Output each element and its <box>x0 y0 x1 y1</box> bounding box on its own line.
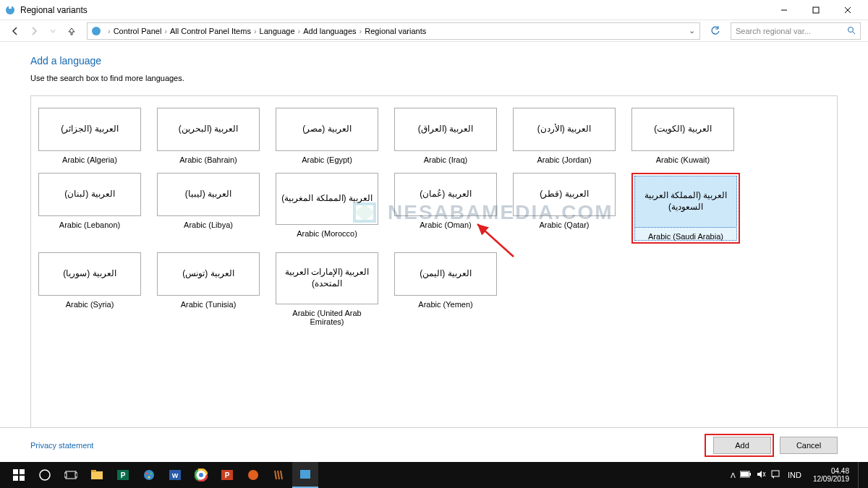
language-tile[interactable]: العربية (المملكة العربية السعودية)Arabic… <box>634 176 737 241</box>
notifications-icon[interactable] <box>770 469 780 481</box>
control-panel-taskbar-icon[interactable] <box>292 462 318 488</box>
svg-rect-3 <box>813 7 819 13</box>
maximize-button[interactable] <box>800 0 832 20</box>
minimize-button[interactable] <box>768 0 800 20</box>
language-tile[interactable]: العربية (اليمن)Arabic (Yemen) <box>394 252 497 326</box>
language-tile[interactable]: العربية (تونس)Arabic (Tunisia) <box>157 252 260 326</box>
breadcrumb-item[interactable]: Language <box>260 27 295 35</box>
language-tile[interactable]: العربية (عُمان)Arabic (Oman) <box>394 173 497 244</box>
app-icon-2[interactable] <box>266 462 292 488</box>
language-grid: العربية (الجزائر)Arabic (Algeria)العربية… <box>38 108 830 326</box>
nav-row: › Control Panel › All Control Panel Item… <box>0 20 868 42</box>
language-native-name: العربية (المملكة المغربية) <box>276 173 378 225</box>
language-label: Arabic (Lebanon) <box>38 221 141 229</box>
file-explorer-icon[interactable] <box>84 462 110 488</box>
language-label: Arabic (Jordan) <box>513 155 616 164</box>
language-tile[interactable]: العربية (الكويت)Arabic (Kuwait) <box>631 108 734 164</box>
forward-button[interactable] <box>26 23 42 39</box>
svg-text:P: P <box>121 471 126 479</box>
breadcrumb-item[interactable]: All Control Panel Items <box>170 27 251 35</box>
language-label: Arabic (Algeria) <box>38 155 141 164</box>
language-tile[interactable]: العربية (ليبيا)Arabic (Libya) <box>157 173 260 244</box>
language-label: Arabic (Oman) <box>394 221 497 229</box>
start-button[interactable] <box>6 462 32 488</box>
back-button[interactable] <box>7 23 23 39</box>
language-indicator[interactable]: IND <box>785 471 804 479</box>
svg-text:W: W <box>172 472 179 479</box>
taskbar: P W P ᐱ IND 04.48 12/09/2019 <box>0 462 868 488</box>
publisher-icon[interactable]: P <box>110 462 136 488</box>
language-native-name: العربية (عُمان) <box>394 173 497 216</box>
svg-rect-15 <box>66 471 76 479</box>
svg-point-14 <box>40 470 50 480</box>
chevron-right-icon: › <box>298 27 301 35</box>
language-tile[interactable]: العربية (الجزائر)Arabic (Algeria) <box>38 108 141 164</box>
refresh-button[interactable] <box>707 23 723 39</box>
svg-rect-18 <box>91 471 103 479</box>
language-label: Arabic (Syria) <box>38 300 141 309</box>
search-input[interactable]: Search regional var... <box>731 22 861 40</box>
titlebar: Regional variants <box>0 0 868 20</box>
svg-text:P: P <box>225 471 230 479</box>
taskview-icon[interactable] <box>58 462 84 488</box>
language-label: Arabic (Kuwait) <box>631 155 734 164</box>
svg-point-22 <box>144 470 154 480</box>
breadcrumb[interactable]: › Control Panel › All Control Panel Item… <box>87 22 700 40</box>
language-native-name: العربية (المملكة العربية السعودية) <box>634 176 737 228</box>
language-label: Arabic (Iraq) <box>394 155 497 164</box>
page-title: Add a language <box>30 55 838 67</box>
tray-chevron-icon[interactable]: ᐱ <box>731 471 736 479</box>
powerpoint-icon[interactable]: P <box>214 462 240 488</box>
cortana-icon[interactable] <box>32 462 58 488</box>
chrome-icon[interactable] <box>188 462 214 488</box>
breadcrumb-item[interactable]: Add languages <box>303 27 356 35</box>
breadcrumb-item[interactable]: Control Panel <box>114 27 162 35</box>
page-subtitle: Use the search box to find more language… <box>30 74 838 82</box>
language-native-name: العربية (تونس) <box>157 252 260 296</box>
cancel-button[interactable]: Cancel <box>780 437 838 454</box>
show-desktop-button[interactable] <box>858 462 862 488</box>
footer: Privacy statement Add Cancel <box>0 427 868 462</box>
close-button[interactable] <box>832 0 864 20</box>
language-tile[interactable]: العربية (سوريا)Arabic (Syria) <box>38 252 141 326</box>
chevron-right-icon: › <box>164 27 167 35</box>
language-label: Arabic (Libya) <box>157 221 260 229</box>
paint-icon[interactable] <box>136 462 162 488</box>
language-tile[interactable]: العربية (الإمارات العربية المتحدة)Arabic… <box>276 252 378 326</box>
svg-line-8 <box>853 32 855 34</box>
language-tile[interactable]: العربية (المملكة المغربية)Arabic (Morocc… <box>276 173 378 244</box>
location-icon <box>90 25 102 37</box>
language-tile[interactable]: العربية (العراق)Arabic (Iraq) <box>394 108 497 164</box>
control-panel-icon <box>4 4 16 16</box>
language-tile[interactable]: العربية (لبنان)Arabic (Lebanon) <box>38 173 141 244</box>
language-tile[interactable]: العربية (قطر)Arabic (Qatar) <box>513 173 616 244</box>
svg-rect-19 <box>91 470 96 472</box>
add-button[interactable]: Add <box>713 437 771 454</box>
battery-icon[interactable] <box>740 471 752 479</box>
svg-rect-10 <box>13 469 18 474</box>
clock[interactable]: 04.48 12/09/2019 <box>809 467 854 483</box>
annotation-highlight: Add <box>705 434 774 457</box>
app-icon[interactable] <box>240 462 266 488</box>
volume-icon[interactable] <box>756 469 766 481</box>
search-placeholder: Search regional var... <box>736 27 811 35</box>
language-native-name: العربية (الأردن) <box>513 108 616 151</box>
word-icon[interactable]: W <box>162 462 188 488</box>
up-button[interactable] <box>64 23 80 39</box>
language-tile[interactable]: العربية (الأردن)Arabic (Jordan) <box>513 108 616 164</box>
language-native-name: العربية (قطر) <box>513 173 616 216</box>
svg-rect-42 <box>772 471 779 476</box>
window-title: Regional variants <box>20 5 768 15</box>
svg-rect-17 <box>75 473 77 477</box>
language-native-name: العربية (لبنان) <box>38 173 141 216</box>
breadcrumb-item[interactable]: Regional variants <box>365 27 426 35</box>
recent-dropdown[interactable] <box>45 23 61 39</box>
language-tile[interactable]: العربية (مصر)Arabic (Egypt) <box>276 108 378 164</box>
language-tile[interactable]: العربية (البحرين)Arabic (Bahrain) <box>157 108 260 164</box>
chevron-down-icon[interactable]: ⌄ <box>686 26 697 35</box>
language-label: Arabic (Yemen) <box>394 300 497 309</box>
privacy-link[interactable]: Privacy statement <box>30 441 93 450</box>
language-native-name: العربية (الكويت) <box>631 108 734 151</box>
language-native-name: العربية (اليمن) <box>394 252 497 296</box>
svg-point-24 <box>150 473 153 475</box>
